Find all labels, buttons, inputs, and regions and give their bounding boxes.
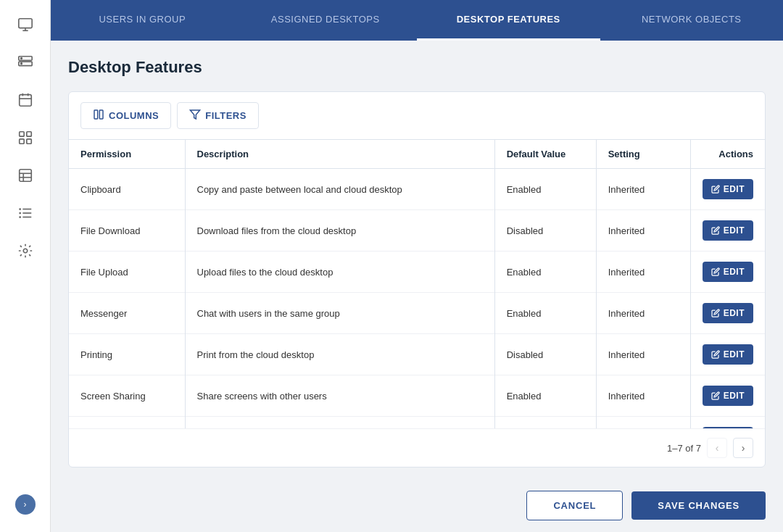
cell-default-value: Enabled [494,417,596,429]
list-icon[interactable] [9,197,41,229]
edit-button-3[interactable]: EDIT [703,303,753,323]
svg-point-6 [20,63,22,65]
cell-actions: EDIT [690,210,765,252]
grid-icon[interactable] [9,122,41,154]
cell-setting: Inherited [596,375,690,417]
calendar-icon[interactable] [9,84,41,116]
filters-label: FILTERS [205,110,246,121]
data-table: Permission Description Default Value Set… [69,140,765,428]
sidebar: › [0,0,51,532]
svg-rect-11 [19,132,23,136]
table-container: COLUMNS FILTERS Permission Description [68,91,766,467]
svg-rect-7 [19,95,31,107]
cell-default-value: Disabled [494,334,596,375]
svg-rect-26 [94,110,98,119]
cell-permission: File Upload [69,252,185,293]
cell-actions: EDIT [690,252,765,293]
table-row: Snapshots Save a snapshot of files Enabl… [69,417,765,429]
edit-button-1[interactable]: EDIT [703,220,753,241]
col-header-permission: Permission [69,140,185,169]
col-header-description: Description [185,140,494,169]
cell-default-value: Disabled [494,210,596,252]
columns-label: COLUMNS [109,110,159,121]
cell-permission: File Download [69,210,185,252]
table-row: Clipboard Copy and paste between local a… [69,169,765,210]
cell-permission: Printing [69,334,185,375]
tab-navigation: USERS IN GROUP ASSIGNED DESKTOPS DESKTOP… [51,0,783,41]
cell-actions: EDIT [690,169,765,210]
svg-rect-27 [99,110,103,119]
cell-description: Download files from the cloud desktop [185,210,494,252]
page-title: Desktop Features [68,58,766,77]
table-row: File Download Download files from the cl… [69,210,765,252]
cell-setting: Inherited [596,210,690,252]
save-changes-button[interactable]: SAVE CHANGES [631,491,766,520]
pagination: 1–7 of 7 ‹ › [69,428,765,467]
cell-actions: EDIT [690,334,765,375]
cell-actions: EDIT [690,417,765,429]
tab-desktop-features[interactable]: DESKTOP FEATURES [417,0,600,41]
col-header-actions: Actions [690,140,765,169]
svg-point-24 [19,216,21,218]
tab-users-in-group[interactable]: USERS IN GROUP [51,0,234,41]
edit-button-2[interactable]: EDIT [703,262,753,282]
cell-description: Save a snapshot of files [185,417,494,429]
columns-button[interactable]: COLUMNS [80,102,171,129]
table-row: Printing Print from the cloud desktop Di… [69,334,765,375]
cell-description: Upload files to the cloud desktop [185,252,494,293]
edit-button-4[interactable]: EDIT [703,344,753,365]
cell-description: Chat with users in the same group [185,293,494,334]
sidebar-collapse-button[interactable]: › [15,494,36,515]
columns-icon [93,109,104,122]
cell-actions: EDIT [690,293,765,334]
cell-setting: Inherited [596,169,690,210]
footer: CANCEL SAVE CHANGES [51,479,783,532]
cell-default-value: Enabled [494,252,596,293]
cell-permission: Clipboard [69,169,185,210]
svg-point-22 [19,208,21,210]
cell-description: Print from the cloud desktop [185,334,494,375]
svg-point-23 [19,212,21,215]
cell-default-value: Enabled [494,169,596,210]
cell-permission: Messenger [69,293,185,334]
table-row: File Upload Upload files to the cloud de… [69,252,765,293]
svg-rect-0 [18,19,31,28]
cell-actions: EDIT [690,375,765,417]
pagination-text: 1–7 of 7 [667,443,701,454]
table-row: Messenger Chat with users in the same gr… [69,293,765,334]
cell-setting: Inherited [596,417,690,429]
svg-point-25 [23,249,28,253]
settings-icon[interactable] [9,235,41,267]
table-row: Screen Sharing Share screens with other … [69,375,765,417]
toolbar: COLUMNS FILTERS [69,92,765,140]
tab-assigned-desktops[interactable]: ASSIGNED DESKTOPS [234,0,418,41]
cell-description: Share screens with other users [185,375,494,417]
chevron-right-icon: › [24,499,27,510]
cell-setting: Inherited [596,293,690,334]
content-area: Desktop Features COLUMNS FILTERS [51,41,783,479]
svg-marker-28 [191,110,200,119]
cell-permission: Screen Sharing [69,375,185,417]
cell-default-value: Enabled [494,375,596,417]
col-header-default: Default Value [494,140,596,169]
table-icon[interactable] [9,159,41,191]
col-header-setting: Setting [596,140,690,169]
monitor-icon[interactable] [9,9,41,41]
edit-button-5[interactable]: EDIT [703,386,753,406]
pagination-prev-button[interactable]: ‹ [707,438,727,458]
pagination-next-button[interactable]: › [733,438,753,458]
server-icon[interactable] [9,46,41,78]
tab-network-objects[interactable]: NETWORK OBJECTS [600,0,784,41]
main-content: USERS IN GROUP ASSIGNED DESKTOPS DESKTOP… [51,0,783,532]
svg-rect-13 [19,139,23,144]
edit-button-0[interactable]: EDIT [703,179,753,199]
filters-button[interactable]: FILTERS [177,102,259,129]
svg-rect-12 [26,132,30,136]
svg-point-5 [20,58,22,59]
cell-setting: Inherited [596,334,690,375]
cell-default-value: Enabled [494,293,596,334]
filters-icon [189,109,201,122]
cancel-button[interactable]: CANCEL [526,491,623,520]
svg-rect-14 [26,139,30,144]
cell-setting: Inherited [596,252,690,293]
